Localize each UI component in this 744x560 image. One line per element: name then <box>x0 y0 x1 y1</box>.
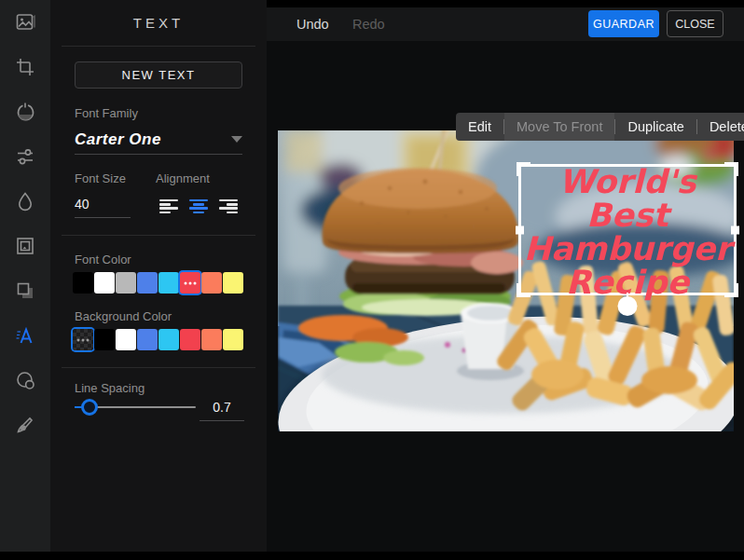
menu-item-delete[interactable]: Delete <box>697 113 744 141</box>
merge-icon[interactable] <box>13 279 37 303</box>
resize-handle-top-left[interactable] <box>517 162 530 176</box>
divider <box>75 217 131 218</box>
line-spacing-slider-knob[interactable] <box>81 399 98 416</box>
align-left-button[interactable] <box>159 199 178 213</box>
background-color-label: Background Color <box>75 309 172 323</box>
filter-icon[interactable] <box>13 100 37 124</box>
close-button[interactable]: CLOSE <box>667 10 723 37</box>
more-colors-icon <box>185 281 197 284</box>
color-swatch[interactable] <box>223 272 243 294</box>
background-color-swatches <box>73 329 243 350</box>
text-selection-box[interactable]: World's Best Hamburger Recipe <box>518 164 737 295</box>
divider <box>62 367 255 368</box>
color-swatch[interactable] <box>116 329 136 350</box>
color-swatch[interactable] <box>137 272 158 294</box>
divider <box>75 154 242 155</box>
divider <box>62 46 255 47</box>
resize-handle-right[interactable] <box>731 225 739 234</box>
shapes-icon[interactable] <box>13 368 37 392</box>
text-overlay-line: World's Best <box>521 165 734 232</box>
font-color-label: Font Color <box>75 253 131 266</box>
bottom-strip <box>0 552 744 560</box>
divider <box>200 420 244 421</box>
color-swatch[interactable] <box>94 272 115 294</box>
font-size-label: Font Size <box>75 171 126 185</box>
divider <box>62 235 255 236</box>
canvas-top-strip <box>267 0 744 7</box>
color-swatch[interactable] <box>201 272 222 294</box>
menu-item-duplicate[interactable]: Duplicate <box>615 113 696 141</box>
text-panel: TEXT NEW TEXT Font Family Carter One Fon… <box>50 0 267 560</box>
new-text-button[interactable]: NEW TEXT <box>75 61 242 89</box>
align-center-button[interactable] <box>189 199 208 213</box>
color-swatch[interactable] <box>116 272 136 294</box>
color-swatch[interactable] <box>180 329 200 350</box>
text-tool-icon[interactable] <box>13 323 37 348</box>
rotation-handle[interactable] <box>618 296 638 316</box>
crop-icon[interactable] <box>13 55 37 79</box>
line-spacing-value: 0.7 <box>200 400 244 415</box>
font-color-swatches <box>73 272 243 294</box>
undo-button[interactable]: Undo <box>296 17 329 32</box>
image-icon[interactable] <box>13 10 37 34</box>
align-right-button[interactable] <box>219 199 238 213</box>
object-context-menu: Edit Move To Front Duplicate Delete <box>456 113 744 141</box>
color-swatch-selected[interactable] <box>73 329 93 350</box>
font-size-input[interactable]: 40 <box>75 197 127 212</box>
color-swatch-selected[interactable] <box>180 272 200 294</box>
resize-handle-top-right[interactable] <box>724 162 738 176</box>
line-spacing-label: Line Spacing <box>75 381 145 395</box>
font-family-select[interactable]: Carter One <box>75 130 224 149</box>
adjust-icon[interactable] <box>13 144 37 169</box>
menu-item-move-to-front[interactable]: Move To Front <box>504 113 614 141</box>
tint-icon[interactable] <box>13 189 37 213</box>
chevron-down-icon <box>231 136 242 143</box>
font-family-label: Font Family <box>75 106 138 120</box>
color-swatch[interactable] <box>73 272 93 294</box>
draw-icon[interactable] <box>13 413 37 437</box>
alignment-label: Alignment <box>156 171 210 185</box>
color-swatch[interactable] <box>158 329 179 350</box>
save-button[interactable]: GUARDAR <box>588 10 659 37</box>
menu-item-edit[interactable]: Edit <box>456 113 503 141</box>
color-swatch[interactable] <box>223 329 243 350</box>
color-swatch[interactable] <box>158 272 179 294</box>
resize-handle-bottom-left[interactable] <box>517 283 530 297</box>
panel-title: TEXT <box>50 15 267 31</box>
resize-handle-bottom-right[interactable] <box>724 283 738 297</box>
text-overlay-line: Hamburger <box>524 232 732 266</box>
app-window: TEXT NEW TEXT Font Family Carter One Fon… <box>0 0 744 560</box>
tool-rail <box>0 0 50 560</box>
text-overlay[interactable]: World's Best Hamburger Recipe <box>521 167 734 293</box>
more-colors-icon <box>77 338 90 341</box>
top-bar: Undo Redo GUARDAR CLOSE <box>267 7 744 41</box>
color-swatch[interactable] <box>94 329 115 350</box>
color-swatch[interactable] <box>137 329 158 350</box>
frame-icon[interactable] <box>13 234 37 258</box>
color-swatch[interactable] <box>201 329 222 350</box>
redo-button[interactable]: Redo <box>352 17 385 32</box>
resize-handle-left[interactable] <box>516 225 524 234</box>
